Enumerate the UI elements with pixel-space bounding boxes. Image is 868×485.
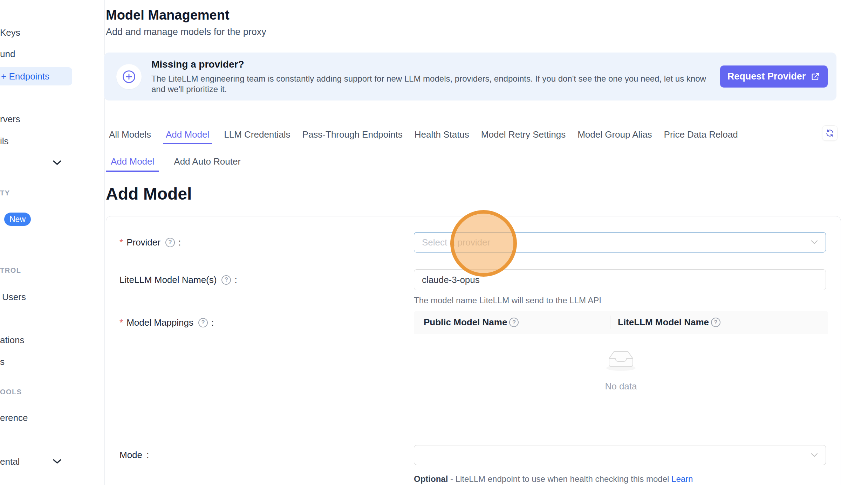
question-circle-icon[interactable]: ? xyxy=(509,318,519,327)
question-circle-icon[interactable]: ? xyxy=(221,275,231,285)
question-circle-icon[interactable]: ? xyxy=(165,238,175,247)
request-provider-label: Request Provider xyxy=(727,71,806,82)
sidebar-item-playground[interactable]: und xyxy=(0,49,15,60)
subtab-add-model[interactable]: Add Model xyxy=(106,151,159,172)
sidebar-section-access-control: TROL xyxy=(0,266,21,275)
model-mappings-table: Public Model Name ? LiteLLM Model Name ?… xyxy=(414,311,828,430)
request-provider-button[interactable]: Request Provider xyxy=(720,65,828,88)
tab-pass-through-endpoints[interactable]: Pass-Through Endpoints xyxy=(302,125,403,144)
model-name-helper: The model name LiteLLM will send to the … xyxy=(414,296,601,305)
page-title: Model Management xyxy=(106,8,230,23)
refresh-icon xyxy=(825,129,834,138)
column-divider xyxy=(610,316,610,329)
sidebar-section-security: TY xyxy=(0,189,10,197)
subtab-add-auto-router[interactable]: Add Auto Router xyxy=(174,151,241,172)
model-name-input[interactable] xyxy=(414,269,826,290)
sidebar-item-endpoints-active[interactable]: + Endpoints xyxy=(0,67,72,85)
chevron-down-icon[interactable] xyxy=(53,160,62,166)
mode-label: Mode : xyxy=(119,445,149,465)
sidebar-item-label: + Endpoints xyxy=(1,71,49,82)
new-badge[interactable]: New xyxy=(4,213,31,226)
tab-llm-credentials[interactable]: LLM Credentials xyxy=(224,125,290,144)
mappings-header-row: Public Model Name ? LiteLLM Model Name ? xyxy=(414,311,828,334)
add-model-subtabs: Add Model Add Auto Router xyxy=(106,151,841,172)
banner-title: Missing a provider? xyxy=(151,59,712,70)
add-model-heading: Add Model xyxy=(106,184,192,203)
page: Keys und + Endpoints rvers ils TY New TR… xyxy=(0,0,868,485)
chevron-down-icon xyxy=(811,453,818,457)
missing-provider-banner: Missing a provider? The LiteLLM engineer… xyxy=(104,53,836,101)
mode-helper: Optional - LiteLLM endpoint to use when … xyxy=(414,474,693,484)
banner-body: The LiteLLM engineering team is constant… xyxy=(151,74,712,95)
external-link-icon xyxy=(811,72,820,82)
model-tabs: All Models Add Model LLM Credentials Pas… xyxy=(106,125,841,144)
tab-add-model[interactable]: Add Model xyxy=(163,125,212,144)
tab-health-status[interactable]: Health Status xyxy=(415,125,469,144)
mappings-col-litellm: LiteLLM Model Name ? xyxy=(610,317,721,328)
required-marker: * xyxy=(119,237,123,248)
model-name-label: LiteLLM Model Name(s) ? : xyxy=(119,269,237,290)
plus-circle-icon xyxy=(116,64,142,89)
provider-placeholder: Select a provider xyxy=(422,237,490,248)
sidebar-item-experimental[interactable]: ental xyxy=(0,456,20,467)
add-model-form-card: * Provider ? : Select a provider LiteLLM… xyxy=(106,216,841,485)
refresh-button[interactable] xyxy=(822,125,838,141)
sidebar-item-inference[interactable]: erence xyxy=(0,413,28,423)
sidebar-item-servers[interactable]: rvers xyxy=(0,114,20,125)
tab-all-models[interactable]: All Models xyxy=(109,125,151,144)
no-data-text: No data xyxy=(605,381,637,392)
chevron-down-icon[interactable] xyxy=(53,458,62,465)
question-circle-icon[interactable]: ? xyxy=(198,318,208,327)
provider-select[interactable]: Select a provider xyxy=(414,232,826,252)
sidebar-item-organizations[interactable]: ations xyxy=(0,335,24,346)
mode-select[interactable] xyxy=(414,445,826,465)
sidebar-item-guardrails[interactable]: ils xyxy=(0,136,9,147)
model-mappings-label: * Model Mappings ? : xyxy=(119,311,214,334)
sidebar-item-keys[interactable]: Keys xyxy=(0,27,20,38)
tab-model-group-alias[interactable]: Model Group Alias xyxy=(577,125,652,144)
required-marker: * xyxy=(119,317,123,328)
sidebar-section-tools: OOLS xyxy=(0,388,22,396)
provider-label: * Provider ? : xyxy=(119,232,181,252)
chevron-down-icon xyxy=(811,240,818,245)
empty-inbox-icon xyxy=(604,347,638,372)
sidebar: Keys und + Endpoints rvers ils TY New TR… xyxy=(0,0,105,485)
page-subtitle: Add and manage models for the proxy xyxy=(106,27,266,37)
question-circle-icon[interactable]: ? xyxy=(711,318,720,327)
tab-model-retry-settings[interactable]: Model Retry Settings xyxy=(481,125,566,144)
mappings-empty-state: No data xyxy=(414,334,828,430)
tab-price-data-reload[interactable]: Price Data Reload xyxy=(664,125,738,144)
learn-link[interactable]: Learn xyxy=(671,474,693,484)
sidebar-item-teams[interactable]: s xyxy=(0,356,5,367)
mappings-col-public: Public Model Name ? xyxy=(414,311,610,334)
sidebar-item-users[interactable]: Users xyxy=(2,292,26,303)
